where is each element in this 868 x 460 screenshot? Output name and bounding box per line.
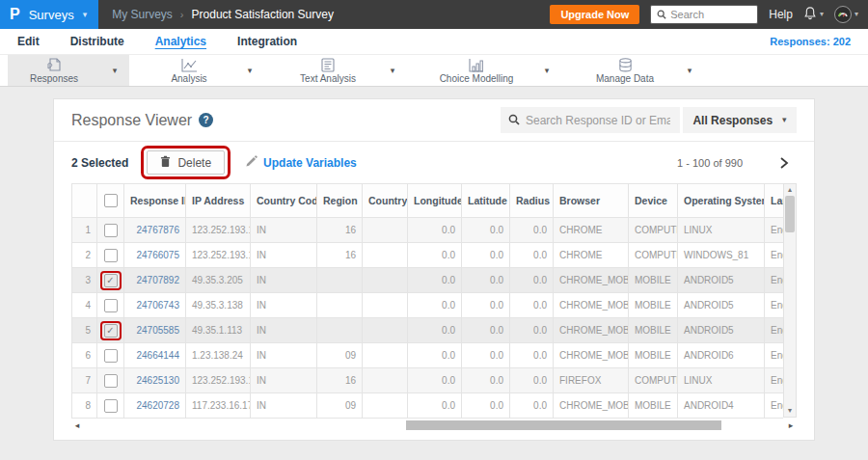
- toolbar-tab-manage-data[interactable]: Manage Data▾: [575, 55, 704, 86]
- cell-region: [317, 318, 363, 343]
- response-viewer-card: Response Viewer ? All Responses ▾ 2 Sele…: [53, 98, 815, 441]
- cell-latitude: 0.0: [462, 293, 510, 318]
- column-header-country[interactable]: Country: [363, 184, 408, 218]
- nav-item-edit[interactable]: Edit: [17, 35, 40, 48]
- cell-response_id[interactable]: 24664144: [124, 343, 186, 368]
- row-number: 5: [72, 318, 97, 343]
- nav-item-integration[interactable]: Integration: [237, 35, 297, 48]
- table-row: 224766075123.252.193.148IN160.00.00.0CHR…: [72, 243, 784, 268]
- column-header-ip[interactable]: IP Address: [186, 184, 251, 218]
- global-search-input[interactable]: [670, 9, 747, 20]
- horizontal-scroll-thumb[interactable]: [406, 420, 722, 430]
- nav-item-distribute[interactable]: Distribute: [70, 35, 124, 48]
- row-checkbox-cell: [97, 368, 124, 393]
- row-checkbox[interactable]: [104, 374, 118, 388]
- cell-response_id[interactable]: 24706743: [124, 293, 186, 318]
- cell-browser: CHROME_MOBILE: [554, 318, 629, 343]
- horizontal-scrollbar[interactable]: ◂ ▸: [71, 419, 797, 431]
- row-checkbox[interactable]: [104, 399, 118, 413]
- cell-device: MOBILE: [629, 393, 678, 419]
- column-header-browser[interactable]: Browser: [554, 184, 629, 218]
- chevron-down-icon[interactable]: ▾: [378, 55, 407, 86]
- row-checkbox[interactable]: [104, 299, 118, 312]
- chevron-down-icon: ▾: [83, 11, 88, 19]
- vertical-scroll-thumb[interactable]: [785, 196, 795, 232]
- cell-os: ANDROID5: [678, 318, 765, 343]
- chevron-down-icon[interactable]: ▾: [100, 55, 129, 86]
- breadcrumb-survey-title: Product Satisfaction Survey: [192, 8, 334, 21]
- delete-button[interactable]: Delete: [147, 150, 225, 175]
- chevron-down-icon[interactable]: ▾: [532, 55, 561, 86]
- cell-longitude: 0.0: [408, 318, 462, 343]
- row-checkbox[interactable]: [104, 249, 118, 262]
- cell-response_id[interactable]: 24705585: [124, 318, 186, 343]
- vertical-scrollbar[interactable]: ▴ ▾: [783, 183, 797, 418]
- cell-country_code: IN: [251, 368, 317, 393]
- notifications-menu[interactable]: ▾: [803, 6, 824, 24]
- cell-country: [363, 218, 408, 243]
- select-all-checkbox[interactable]: [104, 194, 118, 207]
- pagination-range: 1 - 100 of 990: [677, 157, 743, 169]
- breadcrumb: My Surveys › Product Satisfaction Survey: [112, 8, 334, 21]
- cell-language: English: [765, 343, 784, 368]
- chevron-down-icon[interactable]: ▾: [675, 55, 704, 86]
- row-checkbox[interactable]: [104, 349, 118, 363]
- cell-response_id[interactable]: 24625130: [124, 368, 186, 393]
- scroll-left-icon[interactable]: ◂: [71, 420, 83, 430]
- upgrade-now-button[interactable]: Upgrade Now: [550, 5, 639, 24]
- table-row: 42470674349.35.3.138IN0.00.00.0CHROME_MO…: [72, 293, 784, 318]
- scroll-down-icon[interactable]: ▾: [788, 405, 792, 417]
- row-checkbox[interactable]: ✓: [104, 324, 118, 338]
- toolbar-tab-analysis[interactable]: Analysis▾: [143, 55, 264, 86]
- nav-item-analytics[interactable]: Analytics: [155, 35, 206, 48]
- column-header-response_id[interactable]: Response ID▲: [124, 184, 186, 218]
- help-icon[interactable]: ?: [199, 113, 213, 127]
- toolbar-tab-responses[interactable]: Responses▾: [8, 55, 129, 86]
- cell-response_id[interactable]: 24767876: [124, 218, 186, 243]
- breadcrumb-my-surveys[interactable]: My Surveys: [112, 8, 173, 21]
- response-search-input[interactable]: [526, 114, 670, 127]
- cell-region: 16: [317, 243, 363, 268]
- row-checkbox[interactable]: [104, 224, 118, 237]
- next-page-button[interactable]: [779, 156, 789, 170]
- column-header-region[interactable]: Region: [317, 184, 363, 218]
- scroll-right-icon[interactable]: ▸: [785, 420, 797, 430]
- chevron-down-icon[interactable]: ▾: [235, 55, 264, 86]
- account-menu[interactable]: ▾: [834, 6, 858, 23]
- horizontal-scroll-track[interactable]: [83, 420, 785, 430]
- choice-modelling-icon: [469, 58, 484, 72]
- toolbar-tab-text-analysis[interactable]: Text Analysis▾: [278, 55, 407, 86]
- cell-device: COMPUTER: [629, 218, 678, 243]
- response-filter-dropdown[interactable]: All Responses ▾: [683, 107, 797, 133]
- column-header-device[interactable]: Device: [629, 184, 678, 218]
- cell-region: 09: [317, 393, 363, 419]
- column-header-longitude[interactable]: Longitude: [408, 184, 462, 218]
- column-header-country_code[interactable]: Country Code: [251, 184, 317, 218]
- cell-ip: 123.252.193.148: [186, 243, 251, 268]
- row-checkbox[interactable]: ✓: [104, 274, 118, 287]
- update-variables-button[interactable]: Update Variables: [245, 154, 357, 172]
- column-header-radius[interactable]: Radius: [510, 184, 554, 218]
- row-checkbox-cell: ✓: [97, 318, 124, 343]
- surveys-product-menu[interactable]: P Surveys ▾: [0, 0, 98, 29]
- toolbar-tab-choice-modelling[interactable]: Choice Modelling▾: [420, 55, 561, 86]
- cell-os: WINDOWS_81: [678, 243, 765, 268]
- scroll-up-icon[interactable]: ▴: [788, 184, 792, 196]
- global-search-box[interactable]: [650, 5, 758, 24]
- column-header-language[interactable]: Language: [765, 184, 784, 218]
- row-checkbox-cell: [97, 343, 124, 368]
- cell-response_id[interactable]: 24766075: [124, 243, 186, 268]
- cell-ip: 123.252.193.148: [186, 218, 251, 243]
- cell-response_id[interactable]: 24707892: [124, 268, 186, 293]
- vertical-scroll-track[interactable]: [785, 196, 795, 405]
- column-header-latitude[interactable]: Latitude: [462, 184, 510, 218]
- column-header-os[interactable]: Operating System: [678, 184, 765, 218]
- response-search-box[interactable]: [501, 107, 680, 133]
- cell-response_id[interactable]: 24620728: [124, 393, 186, 419]
- table-row: 724625130123.252.193.148IN160.00.00.0FIR…: [72, 368, 784, 393]
- cell-device: MOBILE: [629, 343, 678, 368]
- responses-count[interactable]: Responses: 202: [770, 36, 851, 47]
- responses-table-wrap: Response ID▲IP AddressCountry CodeRegion…: [71, 183, 783, 419]
- response-filter-value: All Responses: [692, 114, 773, 127]
- help-link[interactable]: Help: [769, 8, 793, 21]
